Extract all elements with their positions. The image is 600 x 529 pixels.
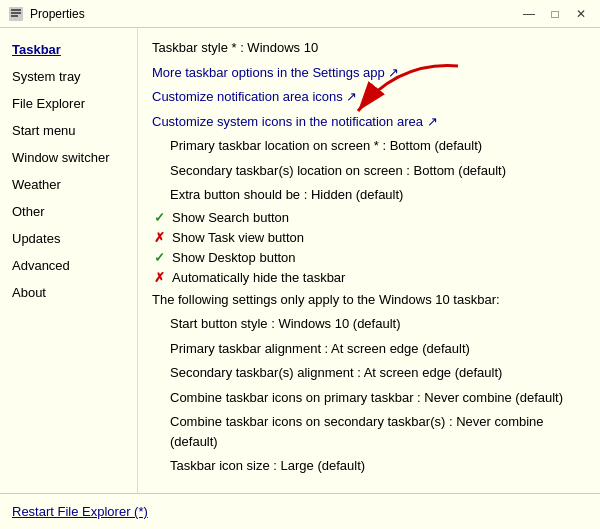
app-icon xyxy=(8,6,24,22)
title-bar: Properties — □ ✕ xyxy=(0,0,600,28)
start-button-style-row: Start button style : Windows 10 (default… xyxy=(152,314,586,334)
settings-app-link[interactable]: More taskbar options in the Settings app… xyxy=(152,63,586,83)
desktop-button-check-icon: ✓ xyxy=(152,250,166,265)
sidebar-item-system-tray[interactable]: System tray xyxy=(0,63,137,90)
show-search-button-row: ✓ Show Search button xyxy=(152,210,586,225)
svg-rect-1 xyxy=(11,9,21,11)
window-title: Properties xyxy=(30,7,85,21)
sidebar-item-other[interactable]: Other xyxy=(0,198,137,225)
svg-rect-3 xyxy=(11,15,18,17)
show-desktop-button-row: ✓ Show Desktop button xyxy=(152,250,586,265)
sidebar-item-start-menu[interactable]: Start menu xyxy=(0,117,137,144)
show-desktop-button-label: Show Desktop button xyxy=(172,250,296,265)
main-content: Taskbar System tray File Explorer Start … xyxy=(0,28,600,493)
system-icons-link[interactable]: Customize system icons in the notificati… xyxy=(152,112,586,132)
combine-primary-row: Combine taskbar icons on primary taskbar… xyxy=(152,388,586,408)
notification-area-icons-link[interactable]: Customize notification area icons ↗ xyxy=(152,87,586,107)
sidebar-item-window-switcher[interactable]: Window switcher xyxy=(0,144,137,171)
primary-taskbar-location-row: Primary taskbar location on screen * : B… xyxy=(152,136,586,156)
primary-alignment-row: Primary taskbar alignment : At screen ed… xyxy=(152,339,586,359)
sidebar-item-weather[interactable]: Weather xyxy=(0,171,137,198)
restart-file-explorer-link[interactable]: Restart File Explorer (*) xyxy=(12,504,148,519)
maximize-button[interactable]: □ xyxy=(544,5,566,23)
search-button-check-icon: ✓ xyxy=(152,210,166,225)
taskbar-style-row: Taskbar style * : Windows 10 xyxy=(152,38,586,58)
combine-secondary-row: Combine taskbar icons on secondary taskb… xyxy=(152,412,586,451)
sidebar-item-file-explorer[interactable]: File Explorer xyxy=(0,90,137,117)
title-bar-left: Properties xyxy=(8,6,85,22)
windows10-note-row: The following settings only apply to the… xyxy=(152,290,586,310)
auto-hide-check-icon: ✗ xyxy=(152,270,166,285)
sidebar-item-taskbar[interactable]: Taskbar xyxy=(0,36,137,63)
close-button[interactable]: ✕ xyxy=(570,5,592,23)
extra-button-row: Extra button should be : Hidden (default… xyxy=(152,185,586,205)
content-area: Taskbar style * : Windows 10 More taskba… xyxy=(138,28,600,493)
auto-hide-taskbar-row: ✗ Automatically hide the taskbar xyxy=(152,270,586,285)
show-task-view-label: Show Task view button xyxy=(172,230,304,245)
footer: Restart File Explorer (*) xyxy=(0,493,600,529)
sidebar: Taskbar System tray File Explorer Start … xyxy=(0,28,138,493)
secondary-taskbar-location-row: Secondary taskbar(s) location on screen … xyxy=(152,161,586,181)
auto-hide-taskbar-label: Automatically hide the taskbar xyxy=(172,270,345,285)
sidebar-item-updates[interactable]: Updates xyxy=(0,225,137,252)
task-view-check-icon: ✗ xyxy=(152,230,166,245)
minimize-button[interactable]: — xyxy=(518,5,540,23)
svg-rect-2 xyxy=(11,12,21,14)
icon-size-row: Taskbar icon size : Large (default) xyxy=(152,456,586,476)
sidebar-item-about[interactable]: About xyxy=(0,279,137,306)
sidebar-item-advanced[interactable]: Advanced xyxy=(0,252,137,279)
title-controls: — □ ✕ xyxy=(518,5,592,23)
show-task-view-row: ✗ Show Task view button xyxy=(152,230,586,245)
secondary-alignment-row: Secondary taskbar(s) alignment : At scre… xyxy=(152,363,586,383)
show-search-button-label: Show Search button xyxy=(172,210,289,225)
